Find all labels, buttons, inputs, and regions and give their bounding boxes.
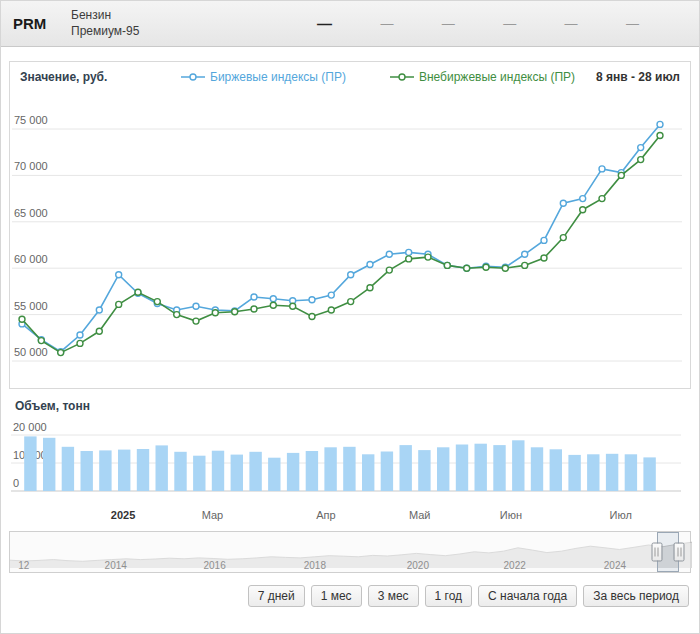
series-line — [22, 136, 660, 353]
volume-bar — [231, 455, 243, 491]
range-button[interactable]: За весь период — [583, 585, 689, 607]
series-point — [193, 318, 199, 324]
value-placeholder-dash: — — [503, 16, 516, 31]
legend-item[interactable]: Внебиржевые индексы (ПР) — [390, 70, 575, 84]
series-point — [251, 306, 257, 312]
volume-bar — [324, 447, 336, 491]
y-axis-label: 65 000 — [14, 207, 48, 219]
series-point — [367, 285, 373, 291]
series-point — [58, 350, 64, 356]
volume-bar — [249, 452, 261, 491]
series-point — [251, 294, 257, 300]
series-point — [270, 302, 276, 308]
header-value-placeholders: —————— — [221, 15, 687, 32]
volume-bar — [43, 438, 55, 491]
series-point — [135, 289, 141, 295]
value-chart-panel: Значение, руб. Биржевые индексы (ПР)Внеб… — [9, 61, 691, 389]
volume-bar — [381, 452, 393, 492]
series-point — [96, 307, 102, 313]
instrument-name-line1: Бензин — [71, 8, 221, 24]
range-navigator[interactable]: 12201420162018202020222024 — [9, 531, 691, 573]
volume-bar — [212, 451, 224, 491]
date-range-label: 8 янв - 28 июл — [596, 70, 680, 84]
nav-handle-left[interactable] — [651, 543, 662, 562]
series-point — [96, 328, 102, 334]
volume-bar — [550, 449, 562, 491]
series-point — [270, 296, 276, 302]
series-point — [232, 309, 238, 315]
series-point — [116, 272, 122, 278]
series-point — [309, 297, 315, 303]
range-button[interactable]: 1 мес — [311, 585, 362, 607]
y-axis-label: 50 000 — [14, 346, 48, 358]
volume-bar — [606, 454, 618, 491]
nav-handle-right[interactable] — [674, 543, 685, 562]
volume-bar — [287, 453, 299, 491]
series-point — [464, 265, 470, 271]
series-point — [599, 166, 605, 172]
series-point — [444, 262, 450, 268]
range-button[interactable]: С начала года — [478, 585, 577, 607]
volume-bar — [456, 445, 468, 492]
x-axis-label: Мар — [202, 509, 224, 521]
volume-bar — [587, 454, 599, 491]
series-point — [290, 303, 296, 309]
value-placeholder-dash: — — [317, 15, 332, 32]
series-point — [580, 207, 586, 213]
series-point — [560, 235, 566, 241]
legend-item[interactable]: Биржевые индексы (ПР) — [181, 70, 346, 84]
range-button[interactable]: 7 дней — [248, 585, 305, 607]
volume-bar — [343, 447, 355, 491]
series-point — [406, 249, 412, 255]
series-point — [425, 254, 431, 260]
series-point — [193, 303, 199, 309]
legend-label: Внебиржевые индексы (ПР) — [419, 70, 575, 84]
volume-bar — [475, 444, 487, 491]
series-point — [599, 196, 605, 202]
series-point — [19, 316, 25, 322]
series-point — [309, 314, 315, 320]
nav-year-label: 2018 — [304, 560, 326, 571]
series-point — [116, 301, 122, 307]
nav-year-label: 2016 — [203, 560, 225, 571]
volume-bar — [24, 436, 36, 491]
legend-marker-icon — [390, 72, 414, 82]
legend-marker-icon — [181, 72, 205, 82]
y-axis-label: 70 000 — [14, 160, 48, 172]
volume-bar — [174, 452, 186, 491]
series-point — [386, 267, 392, 273]
range-button[interactable]: 1 год — [425, 585, 473, 607]
series-point — [328, 307, 334, 313]
x-axis-label: 2025 — [111, 509, 135, 521]
instrument-code: PRM — [13, 15, 71, 32]
nav-year-label: 2022 — [504, 560, 526, 571]
volume-bar — [81, 451, 93, 491]
series-point — [406, 256, 412, 262]
nav-year-label: 2024 — [604, 560, 626, 571]
volume-bar — [400, 445, 412, 491]
y-axis-label: 75 000 — [14, 114, 48, 126]
instrument-header: PRM Бензин Премиум-95 —————— — [1, 1, 699, 47]
volume-chart-title: Объем, тонн — [15, 399, 691, 413]
series-point — [502, 265, 508, 271]
y-axis-label: 55 000 — [14, 300, 48, 312]
series-point — [367, 262, 373, 268]
series-point — [618, 172, 624, 178]
chart-legend: Биржевые индексы (ПР)Внебиржевые индексы… — [160, 70, 596, 84]
series-point — [522, 251, 528, 257]
series-point — [541, 237, 547, 243]
series-point — [348, 299, 354, 305]
series-point — [657, 133, 663, 139]
instrument-name: Бензин Премиум-95 — [71, 8, 221, 39]
x-axis-label: Июн — [500, 509, 522, 521]
series-point — [483, 264, 489, 270]
series-point — [638, 145, 644, 151]
volume-bar — [99, 450, 111, 491]
instrument-name-line2: Премиум-95 — [71, 24, 221, 40]
volume-bar — [193, 456, 205, 491]
x-axis-label: Май — [409, 509, 431, 521]
widget-content: Значение, руб. Биржевые индексы (ПР)Внеб… — [1, 47, 699, 607]
volume-bar — [156, 445, 168, 491]
series-point — [328, 292, 334, 298]
range-button[interactable]: 3 мес — [368, 585, 419, 607]
